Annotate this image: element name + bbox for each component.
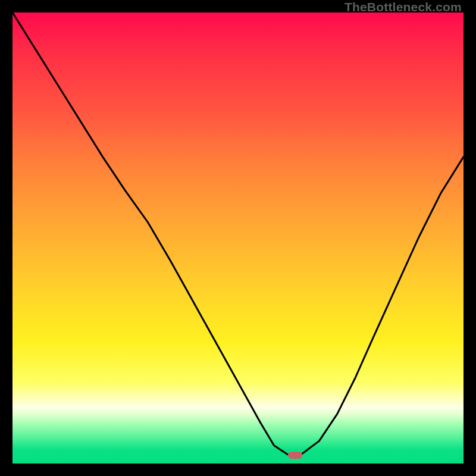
chart-frame: TheBottleneck.com (0, 0, 476, 476)
optimal-point-marker (288, 452, 302, 459)
watermark-text: TheBottleneck.com (345, 0, 462, 14)
bottleneck-curve (12, 12, 464, 464)
plot-area (12, 12, 464, 464)
